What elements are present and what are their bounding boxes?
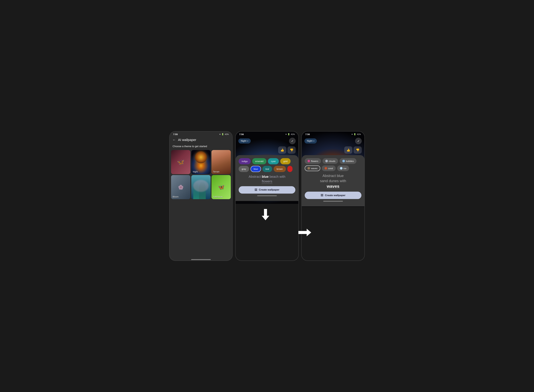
- chip-blue[interactable]: blue: [250, 166, 261, 172]
- prompt-text-3: Abstract blue sand dunes with waves: [305, 173, 361, 189]
- phone-screen-3: 7:56 ▾ 🔋 41% Night ▾ ✓ 👍: [301, 131, 365, 261]
- terrain-label: Terrain: [213, 171, 219, 173]
- chip-cyan[interactable]: cyan: [268, 158, 279, 164]
- chevron-down-icon-2: ▾: [247, 140, 248, 142]
- status-bar-2: 7:56 ▾ 🔋 41%: [236, 131, 298, 136]
- battery-percent-2: 41%: [291, 133, 295, 135]
- time-2: 7:56: [239, 133, 244, 135]
- wallpaper-create-icon-3: 🖼: [321, 194, 323, 197]
- wallpaper-create-icon-2: 🖼: [255, 188, 257, 191]
- theme-card-cherry[interactable]: [191, 175, 211, 199]
- thumbdown-icon-2: 👎: [290, 148, 293, 152]
- dot-clouds: [325, 160, 328, 162]
- prompt-subject-2: flowers: [262, 179, 272, 184]
- status-bar-3: 7:56 ▾ 🔋 41%: [302, 131, 364, 136]
- chip-emerald[interactable]: emerald: [252, 158, 266, 164]
- dot-coral: [325, 167, 327, 170]
- battery-percent-1: 42%: [225, 133, 229, 135]
- screen2-content: 7:56 ▾ 🔋 41% Night ▾ ✓ 👍: [236, 131, 298, 201]
- theme-grid: 🦋 Night Terrain 🌸 Bloom �: [170, 150, 232, 199]
- prompt-text-2: Abstract blue beach with flowers: [239, 174, 295, 184]
- chip-gold[interactable]: gold: [280, 158, 291, 164]
- chip-coral[interactable]: coral: [322, 165, 336, 171]
- thumbup-icon-2: 👍: [280, 148, 284, 152]
- dot-waves: [307, 167, 310, 170]
- create-wallpaper-button-3[interactable]: 🖼 Create wallpaper: [305, 192, 361, 199]
- waves-label: waves: [311, 167, 317, 170]
- thumbup-button-2[interactable]: 👍: [278, 146, 286, 154]
- battery-percent-3: 41%: [357, 133, 361, 135]
- night-label: Night: [193, 171, 198, 173]
- chip-ice[interactable]: ice: [337, 165, 349, 171]
- subject-chips: flowers clouds bubbles waves: [305, 158, 361, 171]
- bottom-sheet-2: indigo emerald cyan gold gray blue teal …: [236, 155, 298, 201]
- status-icons-2: ▾ 🔋 41%: [286, 133, 295, 135]
- screen3-content: 7:56 ▾ 🔋 41% Night ▾ ✓ 👍: [302, 131, 364, 206]
- thumbdown-button-3[interactable]: 👎: [354, 146, 362, 154]
- battery-icon-3: 🔋: [354, 133, 356, 135]
- prompt-subject-3: waves: [327, 184, 339, 189]
- mode-label-3: Night: [307, 140, 312, 142]
- mode-label-2: Night: [241, 140, 246, 142]
- phone-screen-1: 7:55 ▾ 🔋 42% ← AI wallpaper Choose a the…: [169, 131, 233, 261]
- chip-indigo[interactable]: indigo: [239, 158, 251, 164]
- thumbdown-icon-3: 👎: [356, 148, 360, 152]
- chip-waves[interactable]: waves: [305, 165, 320, 171]
- top-bar-1: ← AI wallpaper: [170, 136, 232, 144]
- chip-bubbles[interactable]: bubbles: [340, 158, 357, 164]
- create-btn-label-2: Create wallpaper: [259, 188, 279, 191]
- chip-gray[interactable]: gray: [239, 166, 249, 172]
- dot-bubbles: [342, 160, 345, 162]
- status-icons-1: ▾ 🔋 42%: [219, 133, 229, 135]
- subtitle-1: Choose a theme to get started: [170, 144, 232, 150]
- create-btn-label-3: Create wallpaper: [325, 194, 345, 197]
- coral-label: coral: [328, 167, 333, 170]
- bubbles-label: bubbles: [346, 160, 354, 162]
- softfocus-label: Soft-focus: [213, 196, 222, 198]
- home-indicator-1: [191, 259, 211, 260]
- home-indicator-2: [257, 195, 277, 196]
- chip-red[interactable]: [287, 166, 293, 172]
- action-buttons-3: 👍 👎: [302, 146, 364, 155]
- bottom-sheet-3: flowers clouds bubbles waves: [302, 155, 364, 206]
- thumbup-button-3[interactable]: 👍: [344, 146, 352, 154]
- mode-selector-3[interactable]: Night ▾: [304, 138, 317, 144]
- time-1: 7:55: [173, 133, 178, 135]
- time-3: 7:56: [305, 133, 310, 135]
- theme-card-bloom[interactable]: 🌸 Bloom: [171, 175, 190, 199]
- chip-flowers[interactable]: flowers: [305, 158, 321, 164]
- wifi-icon-3: ▾: [352, 133, 353, 135]
- screen2-wrapper: 7:56 ▾ 🔋 41% Night ▾ ✓ 👍: [235, 131, 299, 261]
- bloom-label: Bloom: [173, 196, 179, 198]
- chip-clouds[interactable]: clouds: [322, 158, 338, 164]
- clouds-label: clouds: [329, 160, 335, 162]
- chip-brown[interactable]: brown: [274, 166, 286, 172]
- dot-ice: [340, 167, 343, 170]
- theme-card-night[interactable]: Night: [191, 150, 211, 174]
- thumbdown-button-2[interactable]: 👎: [288, 146, 296, 154]
- ice-label: ice: [344, 167, 346, 170]
- wifi-icon-2: ▾: [286, 133, 287, 135]
- theme-card-softfocus[interactable]: 🦋 Soft-focus: [212, 175, 231, 199]
- home-indicator-3: [323, 201, 343, 202]
- page-title-1: AI wallpaper: [178, 138, 196, 142]
- prompt-line1-3: Abstract blue: [322, 174, 344, 178]
- create-wallpaper-button-2[interactable]: 🖼 Create wallpaper: [239, 186, 295, 194]
- theme-card-insect[interactable]: 🦋: [171, 150, 190, 174]
- chip-teal[interactable]: teal: [262, 166, 272, 172]
- screen3-wrapper: 7:56 ▾ 🔋 41% Night ▾ ✓ 👍: [301, 131, 365, 261]
- check-icon-2: ✓: [291, 139, 294, 143]
- mode-selector-2[interactable]: Night ▾: [238, 138, 251, 144]
- confirm-button-2[interactable]: ✓: [289, 138, 296, 144]
- prompt-line2-3: sand dunes with: [320, 179, 346, 183]
- battery-icon-1: 🔋: [222, 133, 224, 135]
- confirm-button-3[interactable]: ✓: [355, 138, 362, 144]
- dot-flowers: [307, 160, 310, 162]
- back-button[interactable]: ←: [173, 138, 176, 142]
- flowers-label: flowers: [311, 160, 318, 162]
- prompt-color-word: blue: [262, 175, 269, 178]
- color-chips: indigo emerald cyan gold gray blue teal …: [239, 158, 295, 172]
- phone-screen-2: 7:56 ▾ 🔋 41% Night ▾ ✓ 👍: [235, 131, 299, 261]
- theme-card-terrain[interactable]: Terrain: [212, 150, 231, 174]
- chevron-down-icon-3: ▾: [313, 140, 314, 142]
